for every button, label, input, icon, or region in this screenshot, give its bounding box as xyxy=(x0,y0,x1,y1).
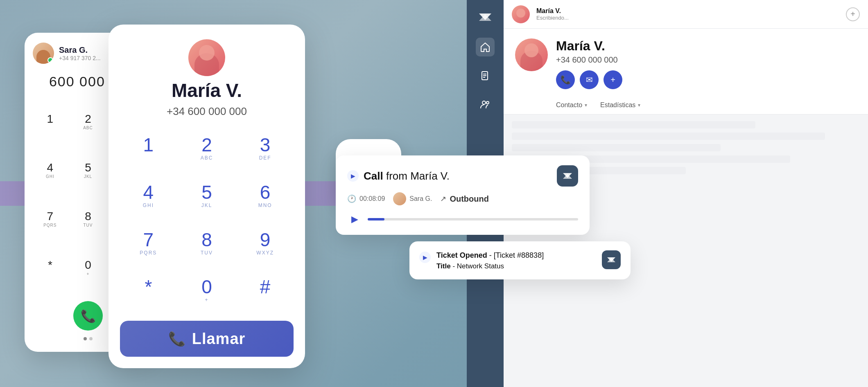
main-key-7[interactable]: 7PQRS xyxy=(120,220,177,266)
tab-estadisticas[interactable]: Estadísticas ▾ xyxy=(600,97,640,114)
agent-avatar xyxy=(393,192,406,205)
call-activity-header: ▶ Call from María V. xyxy=(347,165,578,187)
key-4[interactable]: 4GHI xyxy=(33,148,68,194)
call-meta: 🕐 00:08:09 Sara G. ↗ Outbound xyxy=(347,192,578,205)
main-caller-number: +34 600 000 000 xyxy=(167,105,247,118)
agent-name: Sara G. xyxy=(409,195,432,202)
more-action-button[interactable]: + xyxy=(604,70,622,89)
clock-icon: 🕐 xyxy=(347,194,356,203)
content-row xyxy=(512,121,755,128)
key-2[interactable]: 2ABC xyxy=(71,99,106,145)
main-call-button[interactable]: 📞 Llamar xyxy=(120,321,294,357)
main-key-0[interactable]: 0+ xyxy=(179,268,235,313)
key-star[interactable]: * xyxy=(33,246,68,291)
ticket-title: Ticket Opened - [Ticket #88838] xyxy=(436,250,544,261)
small-call-button[interactable]: 📞 xyxy=(73,301,103,331)
play-button[interactable]: ▶ xyxy=(347,212,362,227)
phone-icon: 📞 xyxy=(81,309,96,323)
ticket-text: Ticket Opened - [Ticket #88838] Title - … xyxy=(436,250,544,270)
topbar-add-button[interactable]: + xyxy=(846,7,860,21)
chevron-down-icon: ▾ xyxy=(585,102,587,108)
topbar-contact-name: María V. xyxy=(536,7,839,15)
contact-big-name: María V. xyxy=(556,38,857,54)
key-1[interactable]: 1 xyxy=(33,99,68,145)
ticket-content: ▶ Ticket Opened - [Ticket #88838] Title … xyxy=(419,250,544,270)
contact-details: María V. +34 600 000 000 📞 ✉ + Contacto xyxy=(556,38,857,114)
document-icon xyxy=(480,70,491,81)
call-duration: 🕐 00:08:09 xyxy=(347,194,385,203)
svg-point-8 xyxy=(482,101,486,104)
zendesk-icon xyxy=(561,170,574,182)
email-icon: ✉ xyxy=(586,75,593,85)
call-action-button[interactable]: 📞 xyxy=(556,70,575,89)
phone-icon: 📞 xyxy=(561,75,571,85)
contact-detail-header: María V. +34 600 000 000 📞 ✉ + Contacto xyxy=(504,29,868,115)
ticket-title-label: Title xyxy=(436,262,451,270)
sidebar-item-documents[interactable] xyxy=(476,66,495,85)
expand-icon[interactable]: ▶ xyxy=(347,170,359,182)
ticket-expand-icon[interactable]: ▶ xyxy=(419,252,431,263)
main-key-6[interactable]: 6MNO xyxy=(237,173,294,219)
online-status-dot xyxy=(47,57,53,63)
svg-point-9 xyxy=(486,101,489,104)
ticket-separator: - xyxy=(489,251,494,259)
main-caller-avatar xyxy=(188,39,225,76)
sidebar-item-contacts[interactable] xyxy=(476,95,495,114)
content-row xyxy=(512,133,825,140)
phone-icon: 📞 xyxy=(168,331,185,347)
key-8[interactable]: 8TUV xyxy=(71,197,106,243)
main-caller-name: María V. xyxy=(172,80,242,101)
contact-number: +34 917 370 2... xyxy=(59,55,101,61)
main-key-star[interactable]: * xyxy=(120,268,177,313)
ticket-title-value: Network Status xyxy=(457,262,504,270)
main-key-4[interactable]: 4GHI xyxy=(120,173,177,219)
tab-estadisticas-label: Estadísticas xyxy=(600,101,635,109)
topbar-avatar xyxy=(512,5,530,23)
chevron-down-icon: ▾ xyxy=(638,102,640,108)
page-dot-2 xyxy=(89,337,93,340)
outbound-arrow-icon: ↗ xyxy=(440,194,446,203)
main-key-9[interactable]: 9WXYZ xyxy=(237,220,294,266)
audio-progress-bar xyxy=(368,218,578,220)
contact-tabs: Contacto ▾ Estadísticas ▾ xyxy=(556,97,857,114)
avatar xyxy=(33,43,54,64)
contact-info: Sara G. +34 917 370 2... xyxy=(59,45,101,61)
tab-contact[interactable]: Contacto ▾ xyxy=(556,97,587,114)
tab-contact-label: Contacto xyxy=(556,101,582,109)
main-dialer-card: María V. +34 600 000 000 1 2ABC 3DEF 4GH… xyxy=(108,25,305,368)
main-key-1[interactable]: 1 xyxy=(120,126,177,172)
key-5[interactable]: 5JKL xyxy=(71,148,106,194)
audio-fill xyxy=(368,218,384,220)
duration-value: 00:08:09 xyxy=(359,195,385,202)
zendesk-topbar: María V. Escribiendo... + xyxy=(504,0,868,29)
direction-label: Outbound xyxy=(450,194,489,204)
main-key-hash[interactable]: # xyxy=(237,268,294,313)
main-key-8[interactable]: 8TUV xyxy=(179,220,235,266)
call-agent: Sara G. xyxy=(393,192,432,205)
zendesk-ticket-icon xyxy=(606,254,617,265)
zendesk-badge xyxy=(557,165,578,187)
call-rest: from María V. xyxy=(386,170,450,182)
call-activity-title: ▶ Call from María V. xyxy=(347,170,450,182)
ticket-card: ▶ Ticket Opened - [Ticket #88838] Title … xyxy=(409,241,631,279)
email-action-button[interactable]: ✉ xyxy=(580,70,599,89)
contact-big-number: +34 600 000 000 xyxy=(556,55,857,65)
call-activity-card: ▶ Call from María V. 🕐 00:08:09 Sara G. … xyxy=(336,155,590,235)
call-direction: ↗ Outbound xyxy=(440,194,489,204)
main-keypad: 1 2ABC 3DEF 4GHI 5JKL 6MNO 7PQRS 8TUV 9W… xyxy=(120,126,294,313)
contact-big-avatar xyxy=(515,38,548,71)
main-key-2[interactable]: 2ABC xyxy=(179,126,235,172)
main-key-5[interactable]: 5JKL xyxy=(179,173,235,219)
call-button-label: Llamar xyxy=(192,330,246,348)
topbar-contact-status: Escribiendo... xyxy=(536,15,839,21)
main-key-3[interactable]: 3DEF xyxy=(237,126,294,172)
content-row xyxy=(512,144,721,151)
sidebar-item-home[interactable] xyxy=(476,38,495,56)
key-0[interactable]: 0+ xyxy=(71,246,106,291)
contact-name: Sara G. xyxy=(59,45,101,55)
ticket-subtitle: Title - Network Status xyxy=(436,262,544,270)
zendesk-logo xyxy=(475,7,496,28)
key-7[interactable]: 7PQRS xyxy=(33,197,68,243)
ticket-zendesk-badge xyxy=(602,250,621,269)
audio-player: ▶ xyxy=(347,212,578,227)
